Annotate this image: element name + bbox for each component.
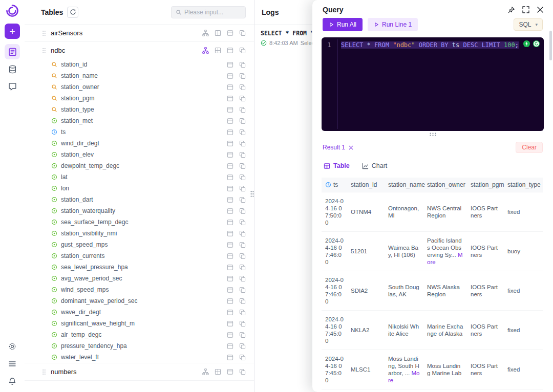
insert-field-icon[interactable]: [227, 174, 233, 181]
drag-handle-icon[interactable]: [42, 369, 46, 375]
copy-name-icon[interactable]: [239, 129, 246, 136]
add-button[interactable]: +: [5, 24, 20, 39]
clear-button[interactable]: Clear: [516, 142, 543, 153]
insert-field-icon[interactable]: [227, 151, 233, 158]
field-row-dewpoint_temp_degc[interactable]: dewpoint_temp_degc: [25, 160, 254, 171]
field-row-significant_wave_height_m[interactable]: significant_wave_height_m: [25, 318, 254, 329]
close-result-icon[interactable]: [349, 145, 353, 150]
insert-table-icon[interactable]: [227, 47, 233, 54]
column-header-station_owner[interactable]: station_owner: [423, 178, 467, 192]
insert-field-icon[interactable]: [227, 197, 233, 203]
column-header-station_name[interactable]: station_name: [385, 178, 423, 192]
insert-field-icon[interactable]: [227, 61, 233, 68]
copy-name-icon[interactable]: [239, 174, 246, 181]
nav-chat-icon[interactable]: [5, 79, 20, 94]
field-row-station_name[interactable]: station_name: [25, 70, 254, 81]
copy-name-icon[interactable]: [239, 197, 246, 203]
copy-name-icon[interactable]: [239, 73, 246, 79]
field-row-ts[interactable]: ts: [25, 126, 254, 138]
insert-field-icon[interactable]: [227, 106, 233, 113]
copy-name-icon[interactable]: [239, 84, 246, 91]
copy-name-icon[interactable]: [239, 118, 246, 124]
insert-field-icon[interactable]: [227, 84, 233, 91]
field-row-wave_dir_degt[interactable]: wave_dir_degt: [25, 307, 254, 318]
field-row-station_type[interactable]: station_type: [25, 104, 254, 115]
insert-field-icon[interactable]: [227, 208, 233, 214]
sql-editor[interactable]: 1 SELECT * FROM "ndbc" ORDER BY ts DESC …: [322, 37, 544, 131]
copy-name-icon[interactable]: [239, 275, 246, 282]
scrollbar-thumb[interactable]: [549, 31, 552, 60]
copy-name-icon[interactable]: [239, 230, 246, 237]
field-row-sea_level_pressure_hpa[interactable]: sea_level_pressure_hpa: [25, 262, 254, 273]
field-row-station_visibility_nmi[interactable]: station_visibility_nmi: [25, 228, 254, 239]
field-row-wind_speed_mps[interactable]: wind_speed_mps: [25, 284, 254, 295]
copy-name-icon[interactable]: [239, 264, 246, 271]
copy-name-icon[interactable]: [239, 219, 246, 226]
editor-sync-icon[interactable]: [533, 40, 540, 48]
insert-field-icon[interactable]: [227, 129, 233, 136]
table-search[interactable]: [171, 6, 246, 18]
drag-handle-icon[interactable]: [42, 48, 46, 54]
preview-data-icon[interactable]: [215, 368, 221, 375]
more-link[interactable]: More: [388, 370, 419, 383]
table-row-ndbc[interactable]: ndbc: [25, 42, 254, 59]
tab-table[interactable]: Table: [324, 162, 350, 169]
language-select[interactable]: SQL ▾: [514, 18, 543, 31]
insert-field-icon[interactable]: [227, 320, 233, 327]
tab-chart[interactable]: Chart: [362, 162, 388, 169]
open-in-query-icon[interactable]: [202, 47, 209, 54]
insert-field-icon[interactable]: [227, 219, 233, 226]
copy-name-icon[interactable]: [239, 242, 246, 248]
field-row-lat[interactable]: lat: [25, 171, 254, 183]
copy-name-icon[interactable]: [239, 106, 246, 113]
insert-field-icon[interactable]: [227, 185, 233, 192]
drag-handle-icon[interactable]: [42, 30, 46, 36]
panel-resize-handle[interactable]: [250, 190, 254, 198]
preview-data-icon[interactable]: [215, 30, 221, 36]
table-search-input[interactable]: [184, 9, 241, 16]
copy-name-icon[interactable]: [239, 253, 246, 259]
copy-name-icon[interactable]: [239, 368, 246, 375]
result-tab[interactable]: Result 1: [323, 144, 353, 151]
insert-field-icon[interactable]: [227, 95, 233, 102]
column-header-station_id[interactable]: station_id: [347, 178, 385, 192]
insert-table-icon[interactable]: [227, 30, 233, 36]
copy-name-icon[interactable]: [239, 309, 246, 316]
insert-field-icon[interactable]: [227, 163, 233, 169]
field-row-wind_dir_degt[interactable]: wind_dir_degt: [25, 138, 254, 149]
field-row-air_temp_degc[interactable]: air_temp_degc: [25, 329, 254, 340]
open-in-query-icon[interactable]: [202, 368, 209, 375]
column-header-ts[interactable]: ts: [322, 178, 347, 192]
copy-name-icon[interactable]: [239, 298, 246, 304]
notifications-bell-icon[interactable]: [5, 374, 20, 389]
insert-field-icon[interactable]: [227, 118, 233, 124]
insert-field-icon[interactable]: [227, 309, 233, 316]
pin-icon[interactable]: [507, 6, 515, 14]
run-all-button[interactable]: Run All: [323, 18, 363, 31]
copy-name-icon[interactable]: [239, 208, 246, 214]
insert-field-icon[interactable]: [227, 73, 233, 79]
copy-name-icon[interactable]: [239, 287, 246, 293]
refresh-tables-button[interactable]: [67, 7, 78, 18]
copy-name-icon[interactable]: [239, 163, 246, 169]
app-logo-icon[interactable]: [6, 4, 19, 17]
open-in-query-icon[interactable]: [202, 30, 209, 36]
field-row-station_elev[interactable]: station_elev: [25, 149, 254, 160]
field-row-lon[interactable]: lon: [25, 183, 254, 194]
field-row-gust_speed_mps[interactable]: gust_speed_mps: [25, 239, 254, 250]
insert-field-icon[interactable]: [227, 253, 233, 259]
insert-field-icon[interactable]: [227, 298, 233, 304]
insert-field-icon[interactable]: [227, 275, 233, 282]
editor-line-1[interactable]: 1 SELECT * FROM "ndbc" ORDER BY ts DESC …: [322, 40, 544, 50]
field-row-dominant_wave_period_sec[interactable]: dominant_wave_period_sec: [25, 295, 254, 307]
copy-name-icon[interactable]: [239, 320, 246, 327]
copy-name-icon[interactable]: [239, 95, 246, 102]
copy-name-icon[interactable]: [239, 30, 246, 36]
menu-icon[interactable]: [5, 356, 20, 372]
run-line-button[interactable]: Run Line 1: [368, 18, 418, 31]
field-row-station_id[interactable]: station_id: [25, 59, 254, 70]
copy-name-icon[interactable]: [239, 140, 246, 147]
insert-field-icon[interactable]: [227, 264, 233, 271]
table-row-numbers[interactable]: numbers: [25, 363, 254, 380]
copy-name-icon[interactable]: [239, 343, 246, 350]
